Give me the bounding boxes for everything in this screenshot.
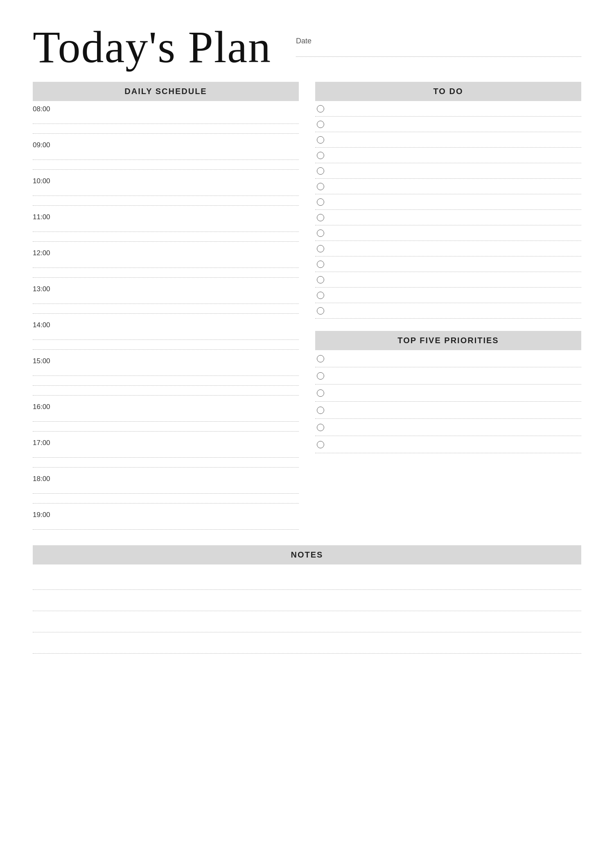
priority-checkbox-3[interactable] <box>317 389 324 397</box>
priority-item-5[interactable] <box>315 419 581 436</box>
priority-checkbox-1[interactable] <box>317 355 324 362</box>
time-slot-0900: 09:00 <box>33 137 299 173</box>
time-slot-1400: 14:00 <box>33 317 299 353</box>
schedule-line[interactable] <box>33 187 299 196</box>
todo-checkbox-2[interactable] <box>317 121 324 128</box>
time-slot-1800: 18:00 <box>33 471 299 507</box>
todo-item-10[interactable] <box>315 241 581 256</box>
schedule-line[interactable] <box>33 223 299 232</box>
time-label-1600: 16:00 <box>33 401 299 411</box>
todo-checkbox-11[interactable] <box>317 261 324 268</box>
time-slot-1500: 15:00 <box>33 353 299 399</box>
todo-item-12[interactable] <box>315 272 581 288</box>
todo-checkbox-7[interactable] <box>317 198 324 206</box>
priority-checkbox-5[interactable] <box>317 424 324 431</box>
todo-item-14[interactable] <box>315 303 581 319</box>
todo-checkbox-14[interactable] <box>317 307 324 315</box>
todo-item-4[interactable] <box>315 148 581 163</box>
schedule-line[interactable] <box>33 413 299 422</box>
time-label-1900: 19:00 <box>33 509 299 519</box>
todo-header: TO DO <box>315 82 581 101</box>
schedule-line[interactable] <box>33 305 299 314</box>
time-label-1300: 13:00 <box>33 283 299 293</box>
todo-item-7[interactable] <box>315 194 581 210</box>
schedule-line[interactable] <box>33 521 299 530</box>
todo-item-2[interactable] <box>315 117 581 132</box>
time-slot-1200: 12:00 <box>33 245 299 281</box>
priority-item-1[interactable] <box>315 350 581 367</box>
daily-schedule-section: DAILY SCHEDULE 08:00 09:00 10:00 11:00 <box>33 82 299 533</box>
schedule-line[interactable] <box>33 341 299 350</box>
todo-checkbox-3[interactable] <box>317 136 324 144</box>
schedule-line[interactable] <box>33 495 299 504</box>
time-label-1700: 17:00 <box>33 437 299 447</box>
todo-item-5[interactable] <box>315 163 581 179</box>
todo-checkbox-1[interactable] <box>317 105 324 112</box>
time-slot-1000: 10:00 <box>33 173 299 209</box>
top-five-priorities-section: TOP FIVE PRIORITIES <box>315 331 581 453</box>
priority-item-4[interactable] <box>315 402 581 419</box>
schedule-line[interactable] <box>33 233 299 242</box>
schedule-line[interactable] <box>33 259 299 268</box>
todo-priorities-column: TO DO <box>315 82 581 533</box>
todo-item-9[interactable] <box>315 225 581 241</box>
todo-item-1[interactable] <box>315 101 581 117</box>
schedule-line[interactable] <box>33 367 299 376</box>
notes-lines <box>33 569 581 654</box>
priority-item-3[interactable] <box>315 385 581 402</box>
todo-item-8[interactable] <box>315 210 581 225</box>
schedule-line[interactable] <box>33 485 299 494</box>
priority-item-2[interactable] <box>315 367 581 385</box>
todo-checkbox-10[interactable] <box>317 245 324 252</box>
schedule-line[interactable] <box>33 423 299 432</box>
page-title: Today's Plan <box>33 25 271 70</box>
notes-line-1[interactable] <box>33 569 581 590</box>
todo-checkbox-12[interactable] <box>317 276 324 283</box>
notes-section: NOTES <box>33 545 581 654</box>
time-label-0800: 08:00 <box>33 103 299 113</box>
priority-item-6[interactable] <box>315 436 581 453</box>
time-slot-1300: 13:00 <box>33 281 299 317</box>
schedule-line[interactable] <box>33 295 299 304</box>
schedule-line[interactable] <box>33 387 299 396</box>
todo-item-11[interactable] <box>315 256 581 272</box>
todo-checkbox-6[interactable] <box>317 183 324 190</box>
time-label-1100: 11:00 <box>33 211 299 221</box>
schedule-line[interactable] <box>33 125 299 134</box>
time-label-1000: 10:00 <box>33 175 299 185</box>
todo-item-3[interactable] <box>315 132 581 148</box>
date-input-line[interactable] <box>296 47 581 57</box>
schedule-line[interactable] <box>33 377 299 386</box>
priority-checkbox-6[interactable] <box>317 441 324 448</box>
schedule-line[interactable] <box>33 459 299 468</box>
time-label-1500: 15:00 <box>33 355 299 365</box>
time-label-0900: 09:00 <box>33 139 299 149</box>
todo-checkbox-9[interactable] <box>317 229 324 237</box>
priority-checkbox-4[interactable] <box>317 407 324 414</box>
todo-checkbox-13[interactable] <box>317 292 324 299</box>
schedule-line[interactable] <box>33 161 299 170</box>
time-slot-1700: 17:00 <box>33 435 299 471</box>
schedule-line[interactable] <box>33 151 299 160</box>
notes-line-2[interactable] <box>33 590 581 611</box>
notes-line-3[interactable] <box>33 611 581 632</box>
notes-line-4[interactable] <box>33 632 581 654</box>
time-label-1200: 12:00 <box>33 247 299 257</box>
todo-checkbox-8[interactable] <box>317 214 324 221</box>
schedule-line[interactable] <box>33 269 299 278</box>
todo-item-13[interactable] <box>315 288 581 303</box>
todo-item-6[interactable] <box>315 179 581 194</box>
schedule-line[interactable] <box>33 331 299 340</box>
daily-schedule-header: DAILY SCHEDULE <box>33 82 299 101</box>
todo-section: TO DO <box>315 82 581 319</box>
schedule-line[interactable] <box>33 115 299 124</box>
notes-header: NOTES <box>33 545 581 564</box>
priority-checkbox-2[interactable] <box>317 372 324 380</box>
time-slot-1600: 16:00 <box>33 399 299 435</box>
time-slot-1100: 11:00 <box>33 209 299 245</box>
time-slot-1900: 19:00 <box>33 507 299 533</box>
schedule-line[interactable] <box>33 449 299 458</box>
schedule-line[interactable] <box>33 197 299 206</box>
todo-checkbox-5[interactable] <box>317 167 324 175</box>
todo-checkbox-4[interactable] <box>317 152 324 159</box>
